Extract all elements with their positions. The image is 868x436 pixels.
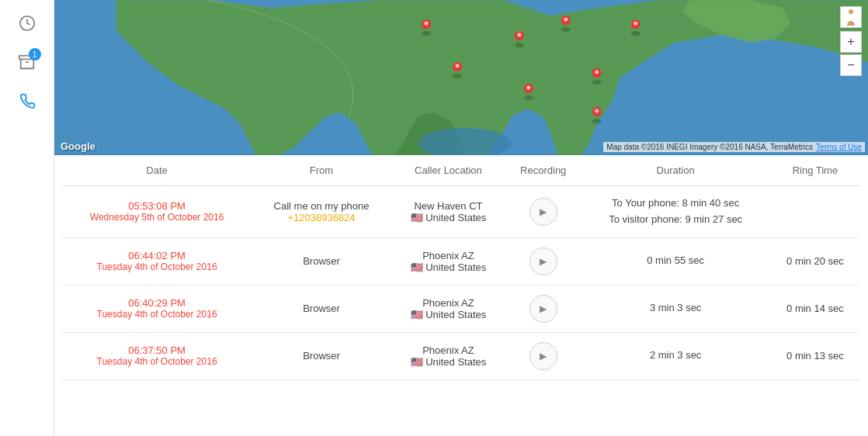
- map-attribution: Map data ©2016 INEGI Imagery ©2016 NASA,…: [603, 142, 865, 152]
- cell-duration-3: 2 min 3 sec: [581, 332, 769, 379]
- map-controls: + −: [840, 6, 862, 76]
- ring-time-value: 0 min 14 sec: [776, 303, 854, 314]
- svg-point-16: [526, 85, 530, 89]
- map-svg: [54, 0, 868, 155]
- cell-date-3: 06:37:50 PMTuesday 4th of October 2016: [62, 332, 252, 379]
- cell-recording-1: [505, 237, 581, 285]
- call-day: Tuesday 4th of October 2016: [68, 261, 245, 272]
- svg-point-11: [631, 31, 641, 36]
- cell-location-2: Phoenix AZ🇺🇸 United States: [391, 285, 505, 332]
- table-row: 06:40:29 PMTuesday 4th of October 2016Br…: [62, 285, 860, 332]
- location-city: Phoenix AZ: [398, 344, 499, 356]
- cell-date-2: 06:40:29 PMTuesday 4th of October 2016: [62, 285, 252, 332]
- col-header-recording: Recording: [505, 155, 581, 186]
- street-view-button[interactable]: [840, 6, 862, 28]
- svg-point-14: [456, 64, 460, 68]
- call-time: 05:53:08 PM: [68, 200, 245, 212]
- svg-point-13: [453, 74, 462, 78]
- zoom-in-button[interactable]: +: [840, 31, 862, 53]
- svg-point-20: [595, 109, 599, 112]
- zoom-out-button[interactable]: −: [840, 54, 862, 76]
- col-header-from: From: [252, 155, 391, 186]
- duration-line1: 3 min 3 sec: [587, 300, 763, 317]
- google-logo: Google: [61, 140, 95, 152]
- map-container: Google + − Map data ©2016 INEGI Imagery …: [54, 0, 868, 155]
- cell-date-0: 05:53:08 PMWednesday 5th of October 2016: [62, 186, 252, 238]
- svg-point-15: [524, 95, 533, 100]
- col-header-duration: Duration: [581, 155, 769, 186]
- cell-recording-3: [505, 332, 581, 379]
- cell-ring-time-2: 0 min 14 sec: [770, 285, 860, 332]
- sidebar: 1: [0, 0, 54, 436]
- play-button-0[interactable]: [529, 198, 557, 226]
- cell-duration-1: 0 min 55 sec: [581, 237, 769, 285]
- cell-ring-time-1: 0 min 20 sec: [770, 237, 860, 285]
- play-button-2[interactable]: [529, 295, 557, 323]
- call-day: Tuesday 4th of October 2016: [68, 309, 245, 320]
- map-background: Google + − Map data ©2016 INEGI Imagery …: [54, 0, 868, 155]
- col-header-ring-time: Ring Time: [770, 155, 860, 186]
- svg-point-10: [564, 18, 568, 22]
- svg-point-21: [849, 9, 853, 14]
- location-city: Phoenix AZ: [398, 297, 499, 309]
- cell-duration-0: To Your phone: 8 min 40 secTo visitor ph…: [581, 186, 769, 238]
- location-country: 🇺🇸 United States: [398, 212, 499, 223]
- from-label: Browser: [258, 350, 385, 362]
- from-phone[interactable]: +12038936824: [258, 212, 385, 223]
- terms-link[interactable]: Terms of Use: [816, 143, 862, 151]
- svg-point-7: [515, 43, 524, 47]
- svg-point-17: [592, 80, 602, 85]
- play-button-1[interactable]: [529, 247, 557, 275]
- ring-time-value: 0 min 20 sec: [776, 255, 854, 267]
- col-header-date: Date: [62, 155, 252, 186]
- cell-recording-2: [505, 285, 581, 332]
- table-row: 06:37:50 PMTuesday 4th of October 2016Br…: [62, 332, 860, 379]
- svg-point-5: [422, 31, 431, 36]
- from-label: Browser: [258, 255, 385, 267]
- duration-line1: 2 min 3 sec: [587, 348, 763, 364]
- cell-location-1: Phoenix AZ🇺🇸 United States: [391, 237, 505, 285]
- location-country: 🇺🇸 United States: [398, 356, 499, 368]
- from-label: Browser: [258, 303, 385, 314]
- cell-date-1: 06:44:02 PMTuesday 4th of October 2016: [62, 237, 252, 285]
- inbox-icon[interactable]: 1: [12, 47, 43, 78]
- cell-from-2: Browser: [252, 285, 391, 332]
- location-country: 🇺🇸 United States: [398, 261, 499, 273]
- svg-point-18: [595, 71, 599, 74]
- play-button-3[interactable]: [529, 342, 557, 370]
- call-time: 06:44:02 PM: [68, 250, 245, 261]
- cell-location-3: Phoenix AZ🇺🇸 United States: [391, 332, 505, 379]
- cell-recording-0: [505, 186, 581, 238]
- inbox-badge: 1: [29, 48, 41, 61]
- clock-icon[interactable]: [12, 8, 43, 39]
- main-content: Google + − Map data ©2016 INEGI Imagery …: [54, 0, 868, 436]
- svg-point-12: [634, 22, 637, 26]
- calls-table: Date From Caller Location Recording Dura…: [62, 155, 860, 380]
- location-city: New Haven CT: [398, 200, 499, 212]
- table-container: Date From Caller Location Recording Dura…: [54, 155, 868, 436]
- col-header-caller-location: Caller Location: [391, 155, 505, 186]
- table-header-row: Date From Caller Location Recording Dura…: [62, 155, 860, 186]
- call-day: Tuesday 4th of October 2016: [68, 356, 245, 367]
- cell-ring-time-3: 0 min 13 sec: [770, 332, 860, 379]
- svg-point-6: [425, 22, 429, 26]
- duration-line1: To Your phone: 8 min 40 sec: [587, 196, 763, 212]
- svg-point-9: [561, 27, 571, 32]
- cell-from-3: Browser: [252, 332, 391, 379]
- ring-time-value: 0 min 13 sec: [776, 350, 854, 362]
- phone-icon[interactable]: [12, 85, 43, 116]
- location-city: Phoenix AZ: [398, 250, 499, 261]
- table-row: 06:44:02 PMTuesday 4th of October 2016Br…: [62, 237, 860, 285]
- cell-ring-time-0: [770, 186, 860, 238]
- cell-location-0: New Haven CT🇺🇸 United States: [391, 186, 505, 238]
- svg-point-8: [517, 33, 521, 37]
- call-time: 06:40:29 PM: [68, 297, 245, 309]
- duration-line2: To visitor phone: 9 min 27 sec: [587, 212, 763, 228]
- location-country: 🇺🇸 United States: [398, 309, 499, 320]
- duration-line1: 0 min 55 sec: [587, 253, 763, 269]
- svg-point-19: [592, 119, 602, 123]
- cell-duration-2: 3 min 3 sec: [581, 285, 769, 332]
- call-day: Wednesday 5th of October 2016: [68, 212, 245, 223]
- cell-from-1: Browser: [252, 237, 391, 285]
- cell-from-0: Call me on my phone+12038936824: [252, 186, 391, 238]
